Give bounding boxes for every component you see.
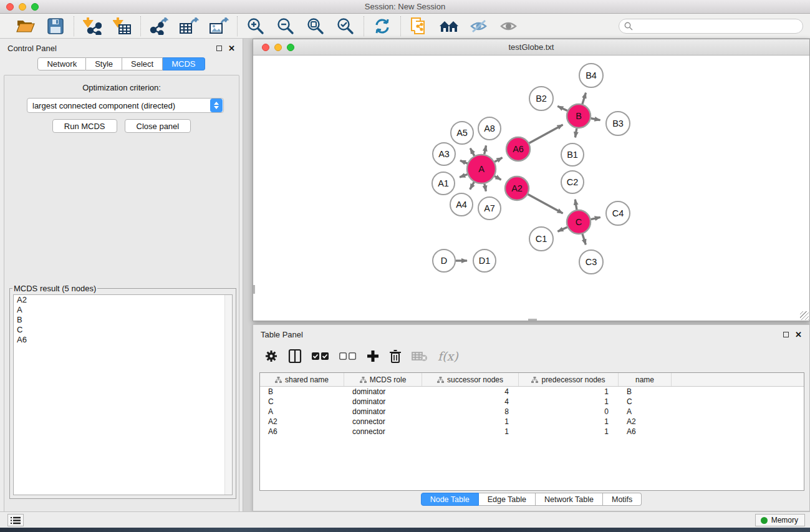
graph-edge-A-A5[interactable] xyxy=(470,148,474,156)
open-file-icon[interactable] xyxy=(15,17,36,36)
graph-edge-A-A7[interactable] xyxy=(485,184,486,191)
tab-network[interactable]: Network xyxy=(37,57,86,70)
graph-edge-A-A1[interactable] xyxy=(460,174,467,177)
graph-edge-A6-B[interactable] xyxy=(529,125,563,143)
network-window-titlebar[interactable]: testGlobe.txt xyxy=(253,39,809,56)
tab-motifs[interactable]: Motifs xyxy=(603,493,642,506)
graph-node-B3[interactable]: B3 xyxy=(606,112,630,135)
zoom-selected-icon[interactable] xyxy=(335,17,356,36)
graph-edge-B-B2[interactable] xyxy=(557,106,567,110)
close-window-button[interactable] xyxy=(6,3,14,11)
network-close-button[interactable] xyxy=(262,44,269,51)
graph-edge-B-B1[interactable] xyxy=(575,128,576,138)
hide-panel-icon[interactable] xyxy=(468,17,489,36)
network-zoom-button[interactable] xyxy=(287,44,294,51)
result-item[interactable]: A2 xyxy=(14,295,232,305)
graph-node-C2[interactable]: C2 xyxy=(561,171,584,193)
run-mcds-button[interactable]: Run MCDS xyxy=(52,119,117,133)
table-row[interactable]: Cdominator41C xyxy=(260,397,804,407)
result-item[interactable]: C xyxy=(14,325,232,335)
graph-node-B1[interactable]: B1 xyxy=(561,143,584,166)
resize-grip[interactable] xyxy=(800,311,809,320)
column-header-shared-name[interactable]: shared name xyxy=(260,373,344,386)
zoom-window-button[interactable] xyxy=(31,3,39,11)
result-item[interactable]: A6 xyxy=(14,335,232,345)
graph-edge-A-A3[interactable] xyxy=(460,160,468,163)
tab-mcds[interactable]: MCDS xyxy=(163,57,205,70)
result-item[interactable]: A xyxy=(14,305,232,315)
close-table-panel-icon[interactable]: ✕ xyxy=(795,332,802,337)
canvas-bottom-scrollbar[interactable] xyxy=(528,319,537,321)
tab-network-table[interactable]: Network Table xyxy=(536,493,603,506)
save-session-icon[interactable] xyxy=(45,17,66,36)
window-titlebar[interactable]: Session: New Session xyxy=(0,0,810,14)
result-scrollbar[interactable] xyxy=(224,295,232,495)
graph-node-A[interactable]: A xyxy=(467,155,496,183)
home-icon[interactable] xyxy=(438,17,460,36)
graph-edge-C-C3[interactable] xyxy=(582,234,586,244)
graph-node-A1[interactable]: A1 xyxy=(432,172,455,195)
criterion-select[interactable]: largest connected component (directed) xyxy=(27,98,224,113)
graph-node-A3[interactable]: A3 xyxy=(433,143,455,165)
zoom-out-icon[interactable] xyxy=(275,17,296,36)
graph-node-C[interactable]: C xyxy=(567,210,591,234)
graph-node-A4[interactable]: A4 xyxy=(450,193,473,216)
column-header-predecessor-nodes[interactable]: predecessor nodes xyxy=(519,373,619,386)
new-network-icon[interactable] xyxy=(408,17,430,36)
delete-column-icon[interactable] xyxy=(389,348,402,364)
canvas-left-scrollbar[interactable] xyxy=(253,285,255,294)
select-all-columns-icon[interactable] xyxy=(312,348,329,364)
graph-edge-C-C4[interactable] xyxy=(591,217,600,219)
import-network-icon[interactable] xyxy=(82,17,103,36)
search-input[interactable] xyxy=(619,19,803,34)
graph-edge-B-B4[interactable] xyxy=(582,93,586,104)
graph-node-C1[interactable]: C1 xyxy=(529,227,553,251)
close-panel-icon[interactable]: ✕ xyxy=(228,46,235,51)
graph-node-A2[interactable]: A2 xyxy=(505,177,529,200)
export-network-icon[interactable] xyxy=(148,17,170,36)
graph-edge-A-A4[interactable] xyxy=(470,182,475,190)
table-row[interactable]: A6connector11A6 xyxy=(260,427,804,437)
minimize-window-button[interactable] xyxy=(19,3,26,11)
graph-node-D1[interactable]: D1 xyxy=(473,249,496,272)
graph-node-A8[interactable]: A8 xyxy=(478,117,501,140)
mcds-result-list[interactable]: A2ABCA6 xyxy=(13,294,233,495)
graph-node-B[interactable]: B xyxy=(567,104,591,128)
zoom-fit-icon[interactable] xyxy=(305,17,326,36)
graph-edge-A-A2[interactable] xyxy=(494,176,501,180)
graph-edge-C-C1[interactable] xyxy=(557,227,567,231)
graph-node-B2[interactable]: B2 xyxy=(529,87,553,110)
table-row[interactable]: Adominator80A xyxy=(260,407,804,417)
graph-edge-A-A8[interactable] xyxy=(485,145,486,154)
export-image-icon[interactable] xyxy=(208,17,229,36)
graph-edge-C-C2[interactable] xyxy=(575,200,577,210)
network-minimize-button[interactable] xyxy=(274,44,282,51)
network-canvas[interactable]: B4B2BB3A5A8A6B1A3AC2A1A2A4A7C4CC1C3DD1 xyxy=(253,56,809,321)
zoom-in-icon[interactable] xyxy=(245,17,266,36)
tab-style[interactable]: Style xyxy=(86,57,122,70)
export-table-icon[interactable] xyxy=(178,17,200,36)
float-panel-icon[interactable] xyxy=(216,46,222,51)
split-view-icon[interactable] xyxy=(288,348,302,364)
graph-node-A5[interactable]: A5 xyxy=(451,122,473,144)
graph-node-C4[interactable]: C4 xyxy=(606,201,630,225)
graph-edge-A-A6[interactable] xyxy=(494,158,502,162)
column-header-successor-nodes[interactable]: successor nodes xyxy=(422,373,519,386)
table-row[interactable]: Bdominator41B xyxy=(260,387,804,397)
column-header-name[interactable]: name xyxy=(619,373,672,386)
table-row[interactable]: A2connector11A2 xyxy=(260,417,804,427)
add-column-icon[interactable] xyxy=(367,348,379,364)
import-table-icon[interactable] xyxy=(112,17,133,36)
graph-node-A6[interactable]: A6 xyxy=(506,137,530,161)
graph-node-D[interactable]: D xyxy=(433,249,455,272)
graph-edge-A2-C[interactable] xyxy=(528,195,563,214)
tab-select[interactable]: Select xyxy=(122,57,163,70)
result-item[interactable]: B xyxy=(14,315,232,325)
column-header-MCDS-role[interactable]: MCDS role xyxy=(344,373,422,386)
tab-edge-table[interactable]: Edge Table xyxy=(479,493,536,506)
show-panel-icon[interactable] xyxy=(498,17,519,36)
graph-edge-B-B3[interactable] xyxy=(591,118,600,120)
graph-node-A7[interactable]: A7 xyxy=(478,197,501,220)
memory-button[interactable]: Memory xyxy=(755,514,805,526)
refresh-icon[interactable] xyxy=(372,17,393,36)
